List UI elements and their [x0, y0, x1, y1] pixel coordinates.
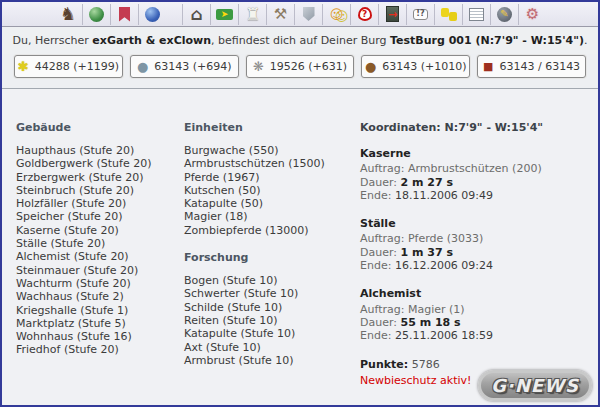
info-column: Koordinaten: N:7'9" - W:15'4" Kaserne Au… [360, 121, 588, 405]
unit-item: Burgwache (550) [184, 144, 360, 157]
buildings-title: Gebäude [16, 121, 184, 134]
estate-icon[interactable]: ⌂ [182, 4, 210, 25]
unit-item: Kutschen (50) [184, 184, 360, 197]
castle-name: TestBurg 001 (N:7'9" - W:15'4") [390, 34, 584, 47]
building-item: Alchemist (Stufe 20) [16, 250, 184, 263]
logout-door-icon[interactable]: → [378, 4, 406, 25]
job-title: Ställe [360, 217, 588, 230]
job-end-value: 25.11.2006 18:59 [395, 329, 493, 342]
building-item: Marktplatz (Stufe 5) [16, 317, 184, 330]
castle-icon[interactable]: ♜ [238, 4, 266, 25]
building-item: Kaserne (Stufe 20) [16, 224, 184, 237]
resource-box: ●63143 (+694) [130, 55, 239, 78]
building-item: Haupthaus (Stufe 20) [16, 144, 184, 157]
help-icon[interactable]: ? [350, 4, 378, 25]
resource-bar: ✱44288 (+1199) ●63143 (+694) ❋19526 (+63… [2, 54, 598, 79]
report-banner-icon[interactable] [110, 4, 138, 25]
chest-icon: ■ [483, 61, 493, 72]
building-item: Wachhaus (Stufe 2) [16, 290, 184, 303]
building-item: Friedhof (Stufe 20) [16, 343, 184, 356]
units-column: Einheiten Burgwache (550)Armbrustschütze… [184, 121, 360, 405]
job-duration-value: 55 m 18 s [401, 316, 461, 329]
wood-pile-icon: ● [365, 60, 376, 73]
news-icon[interactable] [462, 4, 490, 25]
research-title: Forschung [184, 251, 360, 264]
gold-nuggets-icon: ✱ [18, 60, 29, 73]
resource-value: 63143 (+1010) [382, 60, 466, 73]
research-item: Schwerter (Stufe 10) [184, 287, 360, 300]
unit-item: Pferde (1967) [184, 171, 360, 184]
job-order-row: Auftrag: Armbrustschützen (200) [360, 162, 588, 175]
gnews-logo-text: G·NEWS [491, 375, 579, 396]
job-end-value: 18.11.2006 09:49 [395, 189, 493, 202]
points-value: 5786 [412, 358, 440, 371]
building-item: Goldbergwerk (Stufe 20) [16, 157, 184, 170]
research-list: Bogen (Stufe 10)Schwerter (Stufe 10)Schi… [184, 274, 360, 367]
building-item: Steinmauer (Stufe 20) [16, 264, 184, 277]
building-item: Steinbruch (Stufe 20) [16, 184, 184, 197]
kaserne-job: Kaserne Auftrag: Armbrustschützen (200) … [360, 147, 588, 202]
ore-cluster-icon: ❋ [253, 60, 264, 73]
status-line: Du, Herrscher exGarth & exClown, befinde… [2, 27, 598, 54]
members-icon[interactable]: ☺ [322, 4, 350, 25]
job-order-row: Auftrag: Pferde (3033) [360, 232, 588, 245]
resource-box: ❋19526 (+631) [246, 55, 355, 78]
points-line: Punkte: 5786 [360, 358, 588, 371]
status-text: Du, Herrscher exGarth & exClown, befinde… [12, 34, 587, 47]
research-item: Reiten (Stufe 10) [184, 314, 360, 327]
unit-item: Katapulte (50) [184, 197, 360, 210]
building-item: Erzbergwerk (Stufe 20) [16, 171, 184, 184]
clan-shield-icon[interactable] [294, 4, 322, 25]
resource-value: 63143 / 63143 [499, 60, 580, 73]
tools-icon[interactable]: ⚙ [518, 4, 546, 25]
world-edit-icon[interactable]: ✎ [490, 4, 518, 25]
resource-value: 44288 (+1199) [35, 60, 119, 73]
jobs-list: Kaserne Auftrag: Armbrustschützen (200) … [360, 147, 588, 343]
coordinates-value: N:7'9" - W:15'4" [445, 121, 544, 134]
job-end-value: 16.12.2006 09:24 [395, 259, 493, 272]
staelle-job: Ställe Auftrag: Pferde (3033) Dauer: 1 m… [360, 217, 588, 272]
messages-icon[interactable] [434, 4, 462, 25]
research-item: Katapulte (Stufe 10) [184, 327, 360, 340]
job-duration-row: Dauer: 1 m 37 s [360, 246, 588, 259]
job-duration-row: Dauer: 55 m 18 s [360, 316, 588, 329]
research-item: Bogen (Stufe 10) [184, 274, 360, 287]
job-duration-value: 2 m 27 s [401, 176, 453, 189]
job-duration-row: Dauer: 2 m 27 s [360, 176, 588, 189]
unit-item: Zombiepferde (13000) [184, 224, 360, 237]
chat-bubble-icon[interactable]: !? [406, 4, 434, 25]
overview-content: Gebäude Haupthaus (Stufe 20)Goldbergwerk… [2, 88, 598, 405]
building-item: Speicher (Stufe 20) [16, 210, 184, 223]
coordinates: Koordinaten: N:7'9" - W:15'4" [360, 121, 588, 134]
signpost-icon[interactable]: ➤ [210, 4, 238, 25]
toolbar-icons: ♞ ⌂ ➤ ♜ ⚒ ☺ ? → [54, 4, 546, 25]
resource-box: ✱44288 (+1199) [14, 55, 123, 78]
ruler-name: exGarth & exClown [92, 34, 211, 47]
job-duration-value: 1 m 37 s [401, 246, 453, 259]
world-map-icon[interactable] [82, 4, 110, 25]
units-title: Einheiten [184, 121, 360, 134]
resource-value: 19526 (+631) [270, 60, 347, 73]
toolbar: ♞ ⌂ ➤ ♜ ⚒ ☺ ? → [2, 2, 598, 27]
research-item: Armbrust (Stufe 10) [184, 354, 360, 367]
globe-icon[interactable] [138, 4, 166, 25]
gnews-watermark: G·NEWS [478, 370, 592, 401]
workshop-icon[interactable]: ⚒ [266, 4, 294, 25]
resource-box: ●63143 (+1010) [361, 55, 470, 78]
units-list: Burgwache (550)Armbrustschützen (1500)Pf… [184, 144, 360, 237]
rock-icon: ● [137, 60, 148, 73]
buildings-list: Haupthaus (Stufe 20)Goldbergwerk (Stufe … [16, 144, 184, 357]
resource-box: ■63143 / 63143 [477, 55, 586, 78]
building-item: Ställe (Stufe 20) [16, 237, 184, 250]
job-end-row: Ende: 18.11.2006 09:49 [360, 189, 588, 202]
building-item: Wachturm (Stufe 20) [16, 277, 184, 290]
buildings-column: Gebäude Haupthaus (Stufe 20)Goldbergwerk… [16, 121, 184, 405]
knight-icon[interactable]: ♞ [54, 4, 82, 25]
job-title: Kaserne [360, 147, 588, 160]
building-item: Kriegshalle (Stufe 1) [16, 304, 184, 317]
building-item: Holzfäller (Stufe 20) [16, 197, 184, 210]
alchemist-job: Alchemist Auftrag: Magier (1) Dauer: 55 … [360, 287, 588, 342]
job-order-value: Armbrustschützen (200) [408, 162, 542, 175]
job-title: Alchemist [360, 287, 588, 300]
research-item: Axt (Stufe 10) [184, 341, 360, 354]
